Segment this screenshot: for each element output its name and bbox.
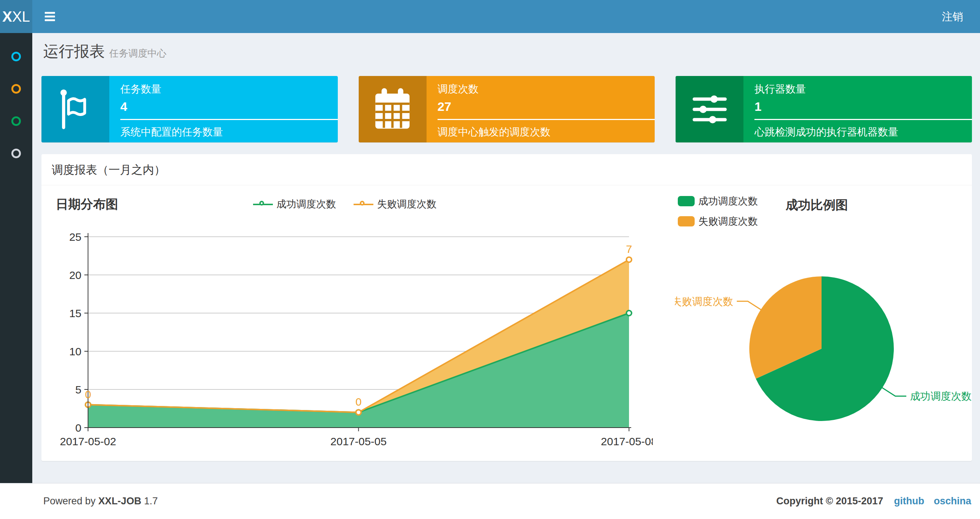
circle-o-icon [11,52,21,61]
sidebar-item-3[interactable] [0,109,32,133]
info-box-content: 任务数量 4 系统中配置的任务数量 [109,76,338,142]
sidebar-item-4[interactable] [0,142,32,165]
info-box-executors: 执行器数量 1 心跳检测成功的执行器机器数量 [676,76,972,142]
logo-rest-text: XL [12,8,30,25]
svg-text:成功调度次数: 成功调度次数 [910,391,972,402]
github-link[interactable]: github [894,495,924,507]
calendar-icon [359,76,426,142]
hamburger-bar [45,12,55,14]
flag-icon [41,76,109,142]
line-chart-legend: 成功调度次数 失败调度次数 [51,198,638,211]
legend-label: 失败调度次数 [698,215,758,228]
svg-text:0: 0 [75,422,81,434]
info-box-value: 27 [438,99,655,114]
sidebar-toggle-icon[interactable] [41,8,59,25]
hamburger-bar [45,19,55,21]
line-marker-icon [253,200,273,208]
sidebar [0,33,32,519]
oschina-link[interactable]: oschina [934,495,971,507]
info-box-description: 系统中配置的任务数量 [120,125,338,139]
date-distribution-chart: 05101520252017-05-022017-05-052017-05-08… [51,228,653,459]
info-box-description: 心跳检测成功的执行器机器数量 [754,125,972,139]
pie-chart-legend: 成功调度次数 失败调度次数 [678,195,758,235]
svg-text:2017-05-05: 2017-05-05 [331,435,387,447]
svg-text:7: 7 [626,243,632,255]
info-box-value: 4 [120,99,338,114]
svg-text:2017-05-08: 2017-05-08 [601,435,653,447]
copyright-text: Copyright © 2015-2017 [776,495,883,506]
circle-o-icon [11,149,21,158]
legend-item-success[interactable]: 成功调度次数 [678,195,758,208]
info-box-content: 调度次数 27 调度中心触发的调度次数 [426,76,655,142]
sliders-icon [676,76,743,142]
legend-label: 成功调度次数 [698,195,758,208]
powered-by: Powered by XXL-JOB 1.7 [43,495,158,507]
svg-text:失败调度次数: 失败调度次数 [675,296,733,307]
svg-text:15: 15 [69,307,81,319]
page-title: 运行报表 [43,43,105,60]
logout-button[interactable]: 注销 [936,0,969,33]
info-box-title: 调度次数 [438,82,655,96]
page-subtitle: 任务调度中心 [109,48,167,59]
pie-chart-title: 成功比例图 [786,197,848,214]
divider [120,119,338,120]
svg-text:5: 5 [75,383,81,396]
success-ratio-chart: 成功调度次数失败调度次数 [675,253,975,426]
info-box-title: 执行器数量 [754,82,972,96]
legend-label: 失败调度次数 [377,198,436,211]
info-box-value: 1 [754,99,972,114]
svg-text:2017-05-02: 2017-05-02 [60,435,116,447]
svg-text:0: 0 [85,388,91,401]
report-panel: 调度报表（一月之内） 日期分布图 成功调度次数 失败调度次数 051015202… [41,154,972,461]
info-box-title: 任务数量 [120,82,338,96]
info-box-description: 调度中心触发的调度次数 [438,125,655,139]
legend-item-success[interactable]: 成功调度次数 [253,198,336,211]
divider [754,119,972,120]
divider [438,119,655,120]
powered-by-prefix: Powered by [43,495,96,506]
svg-text:0: 0 [355,396,362,408]
legend-label: 成功调度次数 [277,198,336,211]
swatch-icon [678,196,695,206]
svg-text:25: 25 [69,231,81,243]
legend-item-fail[interactable]: 失败调度次数 [678,215,758,228]
svg-text:20: 20 [69,269,81,281]
product-version: 1.7 [144,495,158,506]
info-box-triggers: 调度次数 27 调度中心触发的调度次数 [359,76,655,142]
hamburger-bar [45,16,55,18]
sidebar-item-1[interactable] [0,45,32,68]
page-header: 运行报表任务调度中心 [43,41,167,62]
sidebar-item-2[interactable] [0,77,32,101]
swatch-icon [678,216,695,227]
product-name: XXL-JOB [98,495,141,506]
app-logo[interactable]: XXL [0,0,32,33]
info-box-jobs: 任务数量 4 系统中配置的任务数量 [41,76,338,142]
svg-text:10: 10 [69,345,81,358]
info-box-content: 执行器数量 1 心跳检测成功的执行器机器数量 [743,76,972,142]
circle-o-icon [11,117,21,126]
legend-item-fail[interactable]: 失败调度次数 [353,198,436,211]
logo-bold-text: X [2,8,12,25]
top-navbar: XXL 注销 [0,0,980,33]
info-box-row: 任务数量 4 系统中配置的任务数量 调度次数 [41,76,972,142]
circle-o-icon [11,84,21,94]
footer: Powered by XXL-JOB 1.7 Copyright © 2015-… [0,483,980,519]
line-marker-icon [353,200,373,208]
copyright: Copyright © 2015-2017 github oschina [776,495,971,507]
panel-title: 调度报表（一月之内） [41,154,972,185]
